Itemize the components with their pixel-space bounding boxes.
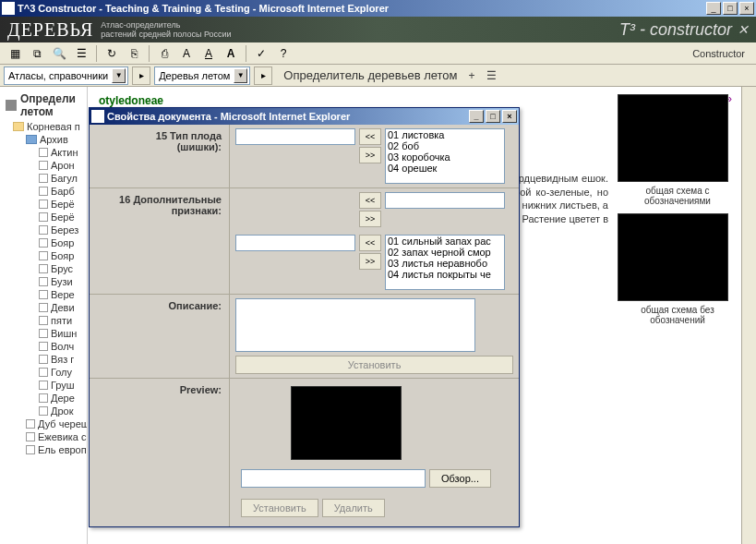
field-16-filter[interactable]: [385, 192, 505, 209]
props-icon[interactable]: ☰: [486, 69, 497, 82]
maximize-button[interactable]: □: [723, 2, 738, 15]
folder-icon: [26, 135, 37, 144]
dlg-minimize-button[interactable]: _: [469, 110, 484, 123]
list-16[interactable]: 01 сильный запах рас02 запах черной смор…: [385, 235, 505, 290]
move-left-button-2[interactable]: <<: [359, 235, 381, 251]
tree-item[interactable]: Вере: [28, 288, 85, 301]
tree-item[interactable]: Актин: [28, 146, 85, 159]
dialog-titlebar[interactable]: Свойства документа - Microsoft Internet …: [90, 108, 519, 125]
list-item[interactable]: 01 сильный запах рас: [386, 236, 504, 247]
label-description: Описание:: [90, 295, 230, 378]
trees-dropdown[interactable]: Деревья летом▼: [154, 66, 250, 85]
tree-item[interactable]: Голу: [28, 366, 85, 379]
page-icon: [39, 329, 48, 338]
tree-item[interactable]: Брус: [28, 262, 85, 275]
tree-item[interactable]: Дрок: [28, 405, 85, 417]
dlg-close-button[interactable]: ×: [502, 110, 517, 123]
tree-item[interactable]: Бояр: [28, 249, 85, 262]
tree-item[interactable]: Берё: [28, 211, 85, 224]
tree-item[interactable]: пяти: [28, 314, 85, 327]
nav-go-2[interactable]: ▸: [254, 66, 272, 85]
description-textarea[interactable]: [235, 298, 475, 352]
tree-item[interactable]: Ель европейская: [15, 443, 85, 456]
page-icon: [26, 432, 35, 441]
page-icon: [39, 212, 48, 222]
delete-preview-button[interactable]: Удалить: [322, 499, 385, 517]
page-icon: [39, 251, 48, 260]
label-preview: Preview:: [90, 379, 230, 526]
browse-button[interactable]: Обзор...: [429, 469, 491, 488]
list-item[interactable]: 02 запах черной смор: [386, 247, 504, 258]
tb-help-icon[interactable]: ?: [273, 44, 294, 63]
tree-item[interactable]: Ежевика сизая: [15, 430, 85, 443]
nav-go-1[interactable]: ▸: [132, 66, 150, 85]
scrollbar[interactable]: [741, 87, 756, 544]
thumbnail-1[interactable]: [618, 94, 728, 182]
tb-font-b-icon[interactable]: A: [198, 44, 219, 63]
tree-item[interactable]: Груш: [28, 379, 85, 392]
move-right-button-2a[interactable]: >>: [359, 211, 381, 227]
tree-item[interactable]: Бояр: [28, 236, 85, 249]
tree-item[interactable]: Деви: [28, 301, 85, 314]
tb-list-icon[interactable]: ☰: [71, 44, 91, 63]
doc-icon: [6, 100, 17, 111]
field-15-input[interactable]: [235, 128, 355, 145]
page-icon: [39, 199, 48, 209]
thumbnail-2[interactable]: [618, 213, 728, 301]
tb-font-a-icon[interactable]: A: [176, 44, 197, 63]
minimize-button[interactable]: _: [706, 2, 721, 15]
move-left-button-2a[interactable]: <<: [359, 192, 381, 209]
move-left-button[interactable]: <<: [359, 128, 381, 145]
list-item[interactable]: 04 листья покрыты че: [386, 269, 504, 280]
tree-item[interactable]: Берё: [28, 198, 85, 211]
tb-zoom-icon[interactable]: 🔍: [49, 44, 69, 63]
dialog-title-text: Свойства документа - Microsoft Internet …: [107, 111, 467, 122]
list-item[interactable]: 04 орешек: [386, 163, 504, 174]
toolbar-label: Constructor: [692, 48, 752, 59]
field-16-input[interactable]: [235, 235, 355, 251]
list-item[interactable]: 03 листья неравнобо: [386, 258, 504, 269]
tb-check-icon[interactable]: ✓: [251, 44, 271, 63]
tree-archive[interactable]: Архив: [15, 133, 85, 146]
set-description-button[interactable]: Установить: [235, 356, 513, 374]
tb-refresh-icon[interactable]: ↻: [102, 44, 122, 63]
tb-grid-icon[interactable]: ▦: [5, 44, 25, 63]
tree-item[interactable]: Вяз г: [28, 353, 85, 366]
tree-item[interactable]: Дуб черешчатый: [15, 417, 85, 430]
window-title: T^3 Constructor - Teaching & Training & …: [18, 3, 704, 14]
page-icon: [39, 290, 48, 299]
add-icon[interactable]: +: [469, 69, 475, 82]
tree-item[interactable]: Вишн: [28, 327, 85, 340]
tree-item[interactable]: Дере: [28, 392, 85, 405]
tools-icon: ✕: [738, 22, 749, 37]
banner-subtitle: Атлас-определительрастений средней полос…: [101, 20, 231, 39]
banner-right: T³ - constructor ✕: [619, 20, 749, 40]
tb-copy-icon[interactable]: ⎘: [124, 44, 144, 63]
chevron-down-icon: ▼: [112, 68, 126, 83]
folder-icon: [13, 122, 24, 131]
atlas-dropdown[interactable]: Атласы, справочники▼: [4, 66, 128, 85]
list-item[interactable]: 02 боб: [386, 140, 504, 151]
close-button[interactable]: ×: [739, 2, 754, 15]
page-icon: [39, 355, 48, 364]
tree-item[interactable]: Бузи: [28, 275, 85, 288]
tb-tree-icon[interactable]: ⧉: [27, 44, 47, 63]
tree-item[interactable]: Багул: [28, 172, 85, 185]
tb-font-c-icon[interactable]: A: [221, 44, 241, 63]
tree-item[interactable]: Арон: [28, 159, 85, 172]
move-right-button-2[interactable]: >>: [359, 253, 381, 270]
tree-item[interactable]: Волч: [28, 340, 85, 353]
file-path-input[interactable]: [241, 469, 426, 488]
list-item[interactable]: 01 листовка: [386, 129, 504, 140]
move-right-button[interactable]: >>: [359, 147, 381, 163]
page-icon: [39, 368, 48, 377]
dlg-maximize-button[interactable]: □: [486, 110, 500, 123]
tb-print-icon[interactable]: ⎙: [154, 44, 174, 63]
set-preview-button[interactable]: Установить: [241, 499, 318, 517]
list-15[interactable]: 01 листовка02 боб03 коробочка04 орешек: [385, 128, 505, 184]
list-item[interactable]: 03 коробочка: [386, 151, 504, 163]
tree-root[interactable]: Корневая п: [2, 120, 85, 133]
tree-item[interactable]: Барб: [28, 185, 85, 198]
page-icon: [39, 277, 48, 286]
tree-item[interactable]: Берез: [28, 224, 85, 236]
